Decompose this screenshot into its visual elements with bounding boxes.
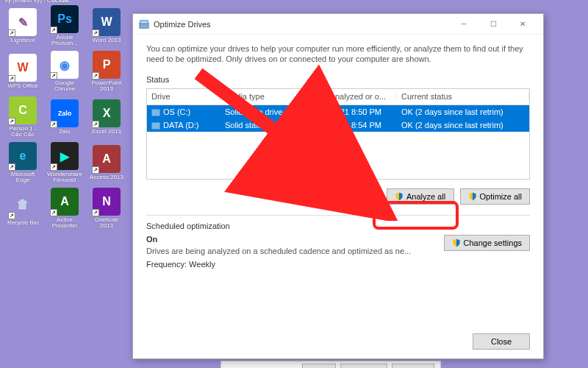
optimize-drives-window: Optimize Drives ─ ☐ ✕ You can optimize y… — [132, 13, 544, 359]
analyze-label: Analyze all — [406, 192, 445, 201]
app-icon: A↗ — [93, 145, 121, 173]
shield-icon — [452, 238, 461, 247]
cell-last: 9/15/2021 8:54 PM — [309, 121, 397, 130]
svg-rect-1 — [140, 20, 148, 23]
app-icon: W↗ — [93, 8, 121, 36]
desktop-icon[interactable]: 🗑↗Recycle Bin — [4, 186, 42, 230]
shield-icon — [468, 192, 477, 201]
table-row[interactable]: DATA (D:) Solid state drive 9/15/2021 8:… — [147, 118, 529, 132]
sched-desc: Drives are being analyzed on a scheduled… — [146, 247, 411, 255]
desktop-icon[interactable]: X↗Excel 2013 — [87, 95, 126, 139]
shortcut-arrow-icon: ↗ — [92, 72, 99, 79]
icon-label: Excel 2013 — [92, 129, 121, 135]
intro-text: You can optimize your drives to help you… — [146, 43, 530, 65]
shortcut-arrow-icon: ↗ — [92, 209, 99, 216]
drive-icon — [151, 122, 160, 130]
desktop-icon[interactable]: Zalo↗Zalo — [46, 95, 84, 139]
app-icon: Zalo↗ — [51, 99, 79, 127]
cell-last: 9/15/2021 8:50 PM — [309, 107, 397, 116]
ok-button[interactable]: OK — [302, 364, 336, 368]
desktop-icon[interactable]: ✎↗Lightshot — [4, 4, 42, 48]
icon-label: Active Presenter — [46, 217, 84, 229]
cell-media: Solid state drive — [220, 107, 309, 116]
analyze-all-button[interactable]: Analyze all — [387, 188, 454, 205]
app-icon: 🗑↗ — [9, 191, 37, 219]
app-icon: ▶↗ — [51, 142, 79, 170]
cell-drive: OS (C:) — [147, 107, 220, 116]
window-title: Optimize Drives — [154, 20, 449, 29]
shortcut-arrow-icon: ↗ — [50, 163, 57, 171]
apply-button[interactable]: Apply — [392, 364, 434, 368]
desktop-icon[interactable]: W↗WPS Office — [4, 49, 42, 93]
desktop-icon[interactable]: C↗Person 1 - Cốc Cốc — [4, 95, 42, 139]
app-icon: ✎↗ — [9, 8, 37, 36]
change-settings-button[interactable]: Change settings — [444, 235, 531, 251]
app-icon: C↗ — [9, 96, 37, 124]
shortcut-arrow-icon: ↗ — [50, 209, 57, 216]
shortcut-arrow-icon: ↗ — [8, 29, 15, 37]
shortcut-arrow-icon: ↗ — [92, 29, 99, 37]
icon-label: Person 1 - Cốc Cốc — [4, 126, 42, 138]
icon-label: Lightshot — [11, 38, 35, 43]
desktop-icon[interactable]: ◉↗Google Chrome — [46, 49, 84, 93]
col-drive[interactable]: Drive — [147, 92, 220, 101]
col-status[interactable]: Current status — [397, 92, 529, 101]
shortcut-arrow-icon: ↗ — [8, 75, 15, 82]
table-row[interactable]: OS (C:) Solid state drive 9/15/2021 8:50… — [147, 105, 529, 118]
parent-dialog-buttons: OK Cancel Apply — [220, 361, 441, 368]
minimize-button[interactable]: ─ — [449, 15, 478, 34]
shortcut-arrow-icon: ↗ — [50, 26, 57, 34]
shortcut-arrow-icon: ↗ — [8, 163, 15, 171]
desktop-icon[interactable]: N↗OneNote 2013 — [87, 186, 126, 230]
col-last[interactable]: Last analyzed or o... — [309, 92, 397, 101]
app-icon: N↗ — [93, 188, 121, 216]
col-media[interactable]: Media type — [220, 92, 309, 101]
icon-label: Wondershare Filmora9 — [46, 171, 84, 183]
drive-icon — [151, 109, 160, 116]
app-icon: P↗ — [93, 51, 121, 79]
icon-label: Microsoft Edge — [4, 171, 42, 183]
close-button[interactable]: Close — [473, 333, 530, 350]
maximize-button[interactable]: ☐ — [478, 15, 508, 34]
desktop-icon[interactable]: P↗PowerPoint 2013 — [87, 49, 126, 93]
icon-label: Word 2013 — [93, 38, 121, 43]
shortcut-arrow-icon: ↗ — [50, 72, 57, 79]
drive-optimize-icon — [139, 19, 149, 29]
icon-label: OneNote 2013 — [87, 217, 126, 229]
app-icon: e↗ — [9, 142, 37, 170]
shortcut-arrow-icon: ↗ — [8, 118, 15, 125]
optimize-all-button[interactable]: Optimize all — [460, 188, 530, 205]
app-icon: ◉↗ — [51, 51, 79, 79]
icon-label: WPS Office — [7, 83, 37, 89]
table-header: Drive Media type Last analyzed or o... C… — [147, 89, 529, 105]
desktop-icon[interactable]: Ps↗Adobe Photosh... — [46, 4, 84, 48]
desktop-icon[interactable]: A↗Active Presenter — [46, 186, 84, 230]
sched-label: Scheduled optimization — [146, 222, 530, 230]
cancel-button[interactable]: Cancel — [340, 364, 387, 368]
icon-label: Adobe Photosh... — [46, 35, 84, 46]
shortcut-arrow-icon: ↗ — [92, 166, 99, 174]
change-label: Change settings — [464, 238, 523, 247]
desktop-icon[interactable]: A↗Access 2013 — [87, 141, 126, 185]
desktop-icon[interactable]: W↗Word 2013 — [87, 4, 126, 48]
sched-freq: Frequency: Weekly — [146, 260, 411, 269]
desktop-icon[interactable]: ▶↗Wondershare Filmora9 — [46, 141, 84, 185]
cell-status: OK (2 days since last retrim) — [397, 107, 529, 116]
close-window-button[interactable]: ✕ — [508, 15, 537, 34]
optimize-label: Optimize all — [480, 192, 522, 201]
cell-status: OK (2 days since last retrim) — [397, 121, 529, 130]
app-icon: Ps↗ — [51, 5, 79, 33]
titlebar: Optimize Drives ─ ☐ ✕ — [133, 14, 543, 35]
desktop: ✎↗LightshotPs↗Adobe Photosh...W↗Word 201… — [0, 0, 132, 234]
icon-label: Access 2013 — [90, 174, 123, 180]
icon-label: Google Chrome — [46, 80, 84, 92]
icon-label: PowerPoint 2013 — [87, 80, 126, 92]
shortcut-arrow-icon: ↗ — [50, 121, 57, 128]
icon-label: Recycle Bin — [7, 220, 38, 226]
shortcut-arrow-icon: ↗ — [92, 121, 99, 128]
cell-media: Solid state drive — [220, 121, 309, 130]
app-icon: A↗ — [51, 188, 79, 216]
cell-drive: DATA (D:) — [147, 121, 220, 130]
app-icon: W↗ — [9, 54, 37, 82]
desktop-icon[interactable]: e↗Microsoft Edge — [4, 141, 42, 185]
